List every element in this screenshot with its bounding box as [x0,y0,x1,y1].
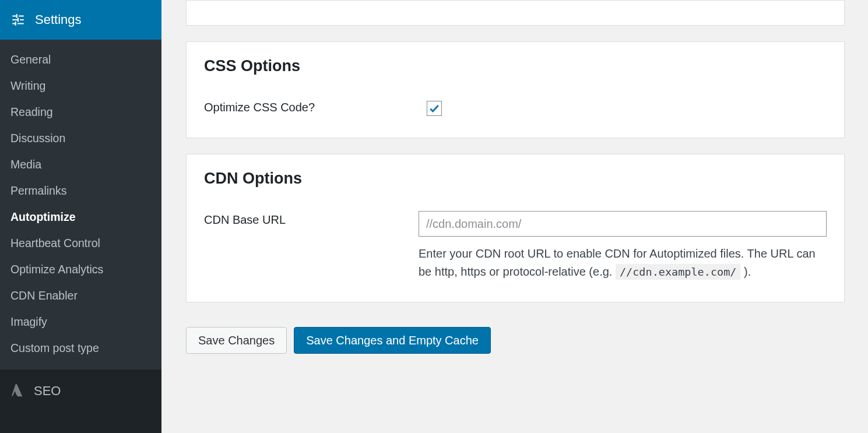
css-options-heading: CSS Options [204,57,827,75]
sidebar-item-imagify[interactable]: Imagify [0,309,161,335]
sidebar-item-optimize-analytics[interactable]: Optimize Analytics [0,256,161,283]
cdn-options-heading: CDN Options [204,170,827,188]
sidebar-item-writing[interactable]: Writing [0,73,161,99]
admin-sidebar: Settings General Writing Reading Discuss… [0,0,161,433]
main-content: CSS Options Optimize CSS Code? CDN Optio… [161,0,868,433]
cdn-options-panel: CDN Options CDN Base URL Enter your CDN … [186,154,845,302]
cdn-base-url-input[interactable] [419,211,827,237]
cdn-base-url-label: CDN Base URL [204,211,419,227]
css-options-panel: CSS Options Optimize CSS Code? [186,41,845,138]
save-and-empty-cache-button[interactable]: Save Changes and Empty Cache [294,327,491,354]
sidebar-seo-label: SEO [34,383,61,399]
optimize-css-label: Optimize CSS Code? [204,98,427,114]
optimize-css-checkbox[interactable] [427,101,442,116]
cdn-base-url-row: CDN Base URL Enter your CDN root URL to … [204,211,827,281]
sidebar-item-permalinks[interactable]: Permalinks [0,178,161,204]
yoast-seo-icon [8,382,26,400]
sidebar-item-seo[interactable]: SEO [0,369,161,413]
previous-panel-bottom [186,0,845,26]
sidebar-item-reading[interactable]: Reading [0,99,161,125]
sidebar-item-heartbeat-control[interactable]: Heartbeat Control [0,230,161,256]
cdn-base-url-description: Enter your CDN root URL to enable CDN fo… [419,245,827,281]
settings-submenu: General Writing Reading Discussion Media… [0,40,161,369]
sidebar-settings-label: Settings [35,12,82,27]
sidebar-item-autoptimize[interactable]: Autoptimize [0,204,161,230]
sidebar-item-general[interactable]: General [0,47,161,73]
sidebar-item-custom-post-type[interactable]: Custom post type [0,335,161,361]
sidebar-settings-header[interactable]: Settings [0,0,161,40]
sidebar-item-cdn-enabler[interactable]: CDN Enabler [0,283,161,309]
sidebar-item-discussion[interactable]: Discussion [0,125,161,152]
settings-sliders-icon [10,12,26,27]
checkmark-icon [428,103,440,114]
sidebar-item-media[interactable]: Media [0,152,161,178]
optimize-css-row: Optimize CSS Code? [204,98,827,117]
save-changes-button[interactable]: Save Changes [186,327,287,354]
submit-button-row: Save Changes Save Changes and Empty Cach… [186,327,845,354]
cdn-example-code: //cdn.example.com/ [616,264,740,280]
